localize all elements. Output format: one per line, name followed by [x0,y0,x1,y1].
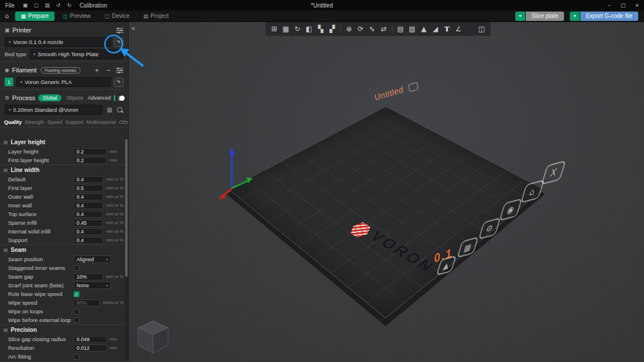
build-plate[interactable] [228,107,543,319]
process-global-tab[interactable]: Global [38,94,62,101]
lay-flat-icon[interactable]: ◧ [303,23,315,35]
minimize-button[interactable]: – [602,0,616,10]
param-unit: mm/s or % [103,300,123,305]
collapse-sidebar-icon[interactable]: « [131,24,136,32]
plate-settings-icon[interactable] [409,82,419,92]
color-paint-icon[interactable]: ▨ [406,23,418,35]
param-input[interactable]: 0.2 [74,157,107,164]
split-objects-icon[interactable]: ▚ [315,23,326,35]
group-header[interactable]: ▤Precision [0,325,128,335]
param-input[interactable]: 0.2 [74,148,107,155]
tabbar: ⌂ ▦ Prepare ◫ Preview ▢ Device ▤ Project… [0,10,644,22]
param-input[interactable]: 80% [74,299,100,306]
split-parts-icon[interactable]: ▞ [326,23,338,35]
printer-select[interactable]: ▾ Voron 0.1 0.4 nozzle [5,37,111,47]
param-input[interactable]: 10% [74,273,103,280]
file-menu[interactable]: File [0,2,20,9]
param-checkbox[interactable] [74,265,79,271]
auto-orient-icon[interactable]: ↻ [292,23,303,35]
save-preset-icon[interactable]: ▥ [105,107,114,113]
undo-icon[interactable]: ↺ [53,2,64,8]
add-plate-icon[interactable]: ⊞ [268,23,280,35]
group-header[interactable]: ▤Seam [0,245,128,255]
edit-printer-button[interactable]: ✎ [114,38,123,47]
flushing-volumes-button[interactable]: Flushing volumes [41,67,80,74]
close-button[interactable]: × [630,0,644,10]
process-preset-select[interactable]: ▾ 0.20mm Standard @Voron [5,105,103,115]
slice-plate-button[interactable]: ▾ Slice plate [515,12,564,21]
param-input[interactable]: 0.4 [74,193,103,200]
bed-type-select[interactable]: ▾ Smooth High Temp Plate [30,49,124,59]
group-header[interactable]: ▤Line width [0,165,128,175]
param-input[interactable]: 0.049 [74,336,107,343]
scrollbar-thumb[interactable] [125,139,128,277]
param-input[interactable]: 0.012 [74,345,107,352]
filament-slot-badge[interactable]: 1 [5,78,13,86]
param-row: Staggered inner seams [0,264,128,272]
advanced-toggle[interactable] [114,95,115,101]
viewport-3d[interactable]: « ⊞▦↻◧▚▞⊕⟳↔⇄▤▨▲◢T∠◫ Untitled VORON DESIG… [129,22,644,362]
tab-device[interactable]: ▢ Device [99,12,135,21]
param-input[interactable]: 0.45 [74,220,103,226]
move-icon[interactable]: ⊕ [343,23,355,35]
param-input[interactable]: 0.4 [74,202,103,209]
param-input[interactable]: 0.4 [74,211,103,218]
param-tab-strength[interactable]: Strength [25,119,45,125]
calibration-menu[interactable]: Calibration [79,2,107,9]
export-gcode-button[interactable]: ▾ Export G-code file [570,12,638,21]
param-checkbox[interactable] [74,354,79,360]
chevron-down-icon: ▾ [34,52,36,57]
param-unit: mm or % [106,220,123,225]
param-checkbox[interactable] [74,317,79,323]
param-tab-others[interactable]: Others [119,119,128,125]
maximize-button[interactable]: □ [616,0,630,10]
tab-preview[interactable]: ◫ Preview [57,12,96,21]
section-divider [0,89,128,90]
param-tabs: QualityStrengthSpeedSupportMultimaterial… [0,117,128,127]
navigation-cube[interactable] [136,319,170,356]
slice-plate-label[interactable]: Slice plate [526,12,564,21]
variable-layer-height-icon[interactable]: ▤ [395,23,406,35]
add-filament-icon[interactable]: + [93,67,101,74]
arrange-icon[interactable]: ▦ [280,23,292,35]
param-tab-quality[interactable]: Quality [4,119,22,125]
open-project-icon[interactable]: ▤ [42,2,53,8]
process-objects-tab[interactable]: Objects [64,94,85,101]
param-select[interactable]: Aligned▾ [74,255,111,263]
param-input[interactable]: 0.4 [74,176,103,183]
group-header[interactable]: ▤Layer height [0,137,128,147]
chevron-down-icon[interactable]: ▾ [515,12,525,21]
param-tab-multimaterial[interactable]: Multimaterial [86,119,116,125]
support-paint-icon[interactable]: ▲ [418,23,430,35]
text-tool-icon[interactable]: T [441,23,453,35]
seam-paint-icon[interactable]: ◢ [430,23,441,35]
device-icon: ▢ [104,13,110,19]
home-button[interactable]: ⌂ [0,12,14,20]
remove-filament-icon[interactable]: − [104,67,112,74]
scrollbar[interactable] [125,138,128,361]
param-select[interactable]: None▾ [74,281,111,289]
new-project-icon[interactable]: ▢ [31,2,42,8]
param-input[interactable]: 0.5 [74,185,103,192]
assembly-view-icon[interactable]: ◫ [476,23,487,35]
app-logo-icon[interactable]: ▣ [20,2,31,8]
param-checkbox[interactable]: ✓ [74,291,79,297]
param-row: Seam gap10%mm or % [0,272,128,281]
param-checkbox[interactable] [74,309,79,315]
measure-icon[interactable]: ∠ [453,23,464,35]
param-tab-support[interactable]: Support [66,119,84,125]
search-icon[interactable] [117,107,123,114]
tab-prepare[interactable]: ▦ Prepare [15,12,54,21]
edit-filament-button[interactable]: ✎ [114,78,123,87]
param-input[interactable]: 0.4 [74,228,103,235]
printer-settings-icon[interactable] [116,27,123,34]
tab-project[interactable]: ▤ Project [137,12,174,21]
filament-select[interactable]: ▾ Voron Generic PLA [16,77,111,87]
filament-settings-icon[interactable] [116,67,123,74]
param-tab-speed[interactable]: Speed [48,119,63,125]
param-input[interactable]: 0.4 [74,237,103,244]
process-section-title: Process [12,94,35,101]
redo-icon[interactable]: ↻ [64,2,75,8]
export-gcode-label[interactable]: Export G-code file [580,12,638,21]
chevron-down-icon[interactable]: ▾ [570,12,580,21]
